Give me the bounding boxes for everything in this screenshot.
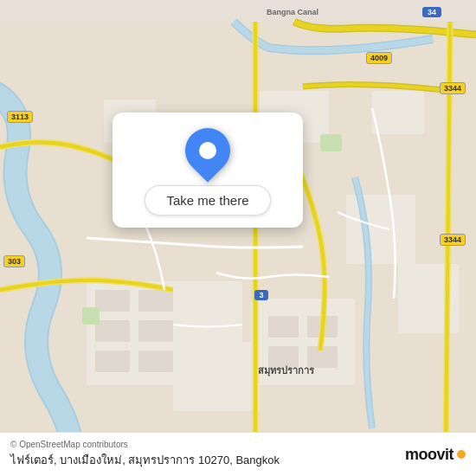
map-background [0, 0, 476, 476]
location-pin-icon [176, 119, 240, 183]
svg-rect-20 [320, 134, 342, 151]
shield-3344a: 3344 [440, 82, 466, 94]
svg-rect-9 [95, 290, 130, 312]
bottom-info-bar: © OpenStreetMap contributors ไฟร์เตอร์, … [0, 432, 476, 476]
shield-34: 34 [422, 7, 441, 17]
moovit-logo: moovit [405, 446, 466, 464]
bangna-canal-label: Bangna Canal [264, 7, 321, 17]
svg-rect-21 [82, 307, 100, 325]
moovit-dot-icon [457, 450, 466, 459]
svg-rect-13 [95, 351, 130, 372]
svg-rect-15 [268, 316, 299, 338]
moovit-brand-text: moovit [405, 446, 453, 464]
svg-rect-11 [95, 320, 130, 342]
shield-3113a: 3113 [7, 111, 33, 123]
bottom-left-section: © OpenStreetMap contributors ไฟร์เตอร์, … [10, 440, 280, 469]
svg-rect-6 [372, 91, 424, 134]
svg-rect-10 [138, 290, 173, 312]
svg-rect-8 [173, 342, 260, 411]
shield-3344b: 3344 [440, 234, 466, 246]
take-me-there-button[interactable]: Take me there [145, 185, 270, 215]
shield-303: 303 [3, 255, 25, 267]
location-address: ไฟร์เตอร์, บางเมืองใหม่, สมุทรปราการ 102… [10, 451, 280, 469]
location-popup: Take me there [113, 113, 303, 228]
pin-center [199, 142, 216, 159]
map-container: 3113 3113 3268 3344 3344 4009 303 3 34 B… [0, 0, 476, 476]
osm-attribution: © OpenStreetMap contributors [10, 440, 280, 449]
shield-3: 3 [254, 290, 268, 300]
samutprakan-label: สมุทรปราการ [255, 362, 317, 379]
svg-rect-14 [138, 351, 173, 372]
svg-rect-3 [346, 195, 415, 264]
shield-4009: 4009 [366, 52, 392, 64]
svg-rect-12 [138, 320, 173, 342]
